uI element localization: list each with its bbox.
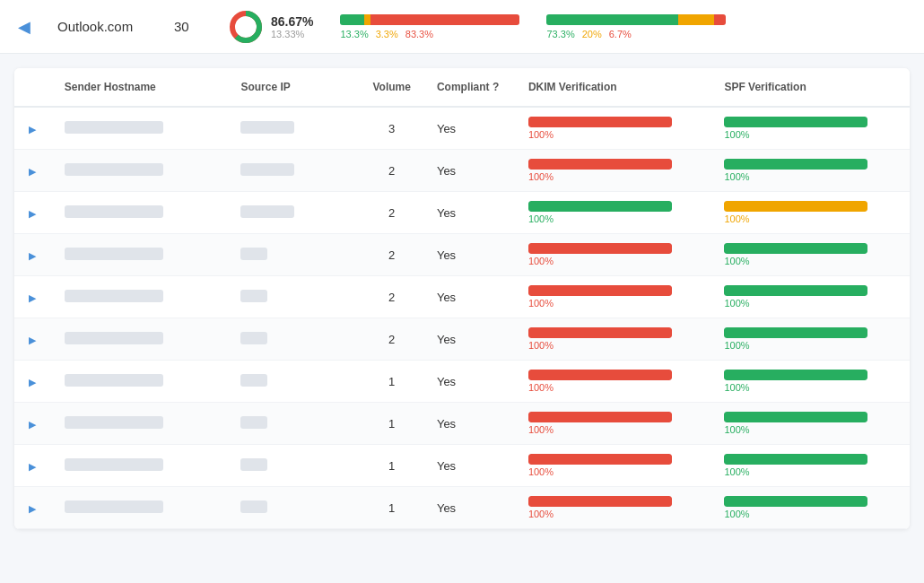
sourceip-redacted [240,121,294,134]
dkim-bar-fill [528,159,672,170]
spf-pct-label: 100% [724,256,899,266]
expand-row-arrow[interactable]: ▶ [25,331,39,349]
spf-pct-label: 100% [724,466,899,477]
dkim-yellow-label: 3.3% [376,29,398,39]
dkim-header-bar-group: 13.3% 3.3% 83.3% [340,14,519,39]
dkim-pct-label: 100% [528,129,703,140]
dkim-pct-label: 100% [528,340,703,351]
donut-text: 86.67% 13.33% [264,14,313,39]
dkim-bar-fill [528,201,672,212]
spf-pct-label: 100% [724,171,899,182]
dkim-cell: 100% [518,318,714,361]
hostname-redacted [65,290,163,302]
header-bar: ◀ Outlook.com 30 86.67% 13.33% [0,0,924,54]
sourceip-redacted [240,458,267,471]
col-header-ip: Source IP [230,68,357,107]
compliant-cell: Yes [426,107,518,150]
expand-row-arrow[interactable]: ▶ [25,289,39,307]
spf-cell: 100% [713,487,910,529]
spf-bar-fill [724,412,867,422]
volume-cell: 2 [357,150,425,192]
donut-chart [228,9,264,45]
spf-bar-fill [724,496,867,507]
spf-cell: 100% [713,318,910,361]
col-header-hostname: Sender Hostname [54,68,231,107]
sourceip-redacted [240,500,267,513]
dkim-bar-fill [528,243,672,254]
dkim-red-label: 83.3% [405,29,433,39]
spf-bar-fill [724,327,867,338]
col-header-spf: SPF Verification [713,68,910,107]
spf-bar-fill [724,159,867,170]
sourceip-redacted [240,416,267,429]
donut-group: 86.67% 13.33% [228,9,313,45]
dkim-pct-label: 100% [528,424,703,435]
spf-pct-label: 100% [724,382,899,393]
compliant-cell: Yes [426,403,518,445]
table-row: ▶1Yes100%100% [14,403,910,445]
hostname-redacted [65,248,163,260]
compliant-pct: 86.67% [271,14,313,29]
sourceip-redacted [240,374,267,387]
spf-cell: 100% [713,192,910,234]
spf-bar-fill [724,285,867,296]
dkim-cell: 100% [518,487,714,529]
expand-row-arrow[interactable]: ▶ [25,415,39,433]
volume-cell: 2 [357,234,425,276]
spf-cell: 100% [713,150,910,192]
dkim-header-labels: 13.3% 3.3% 83.3% [340,29,519,39]
main-table-container: Sender Hostname Source IP Volume Complia… [14,68,910,529]
dkim-cell: 100% [518,445,714,487]
spf-cell: 100% [713,361,910,403]
expand-row-arrow[interactable]: ▶ [25,162,39,180]
dkim-bar-fill [528,370,672,380]
dkim-bar-fill [528,496,672,507]
spf-red-label: 6.7% [609,29,632,39]
col-header-compliant: Compliant ? [426,68,518,107]
table-row: ▶3Yes100%100% [14,107,910,150]
table-row: ▶1Yes100%100% [14,361,910,403]
sourceip-redacted [240,205,294,218]
dkim-cell: 100% [518,150,714,192]
expand-row-arrow[interactable]: ▶ [25,120,39,138]
table-row: ▶2Yes100%100% [14,276,910,318]
compliant-cell: Yes [426,445,518,487]
compliant-cell: Yes [426,318,518,361]
back-arrow-icon[interactable]: ◀ [18,17,31,37]
dkim-cell: 100% [518,403,714,445]
compliant-cell: Yes [426,276,518,318]
compliant-cell: Yes [426,192,518,234]
table-header-row: Sender Hostname Source IP Volume Complia… [14,68,910,107]
spf-cell: 100% [713,234,910,276]
spf-pct-label: 100% [724,340,899,351]
hostname-redacted [65,121,163,134]
main-table: Sender Hostname Source IP Volume Complia… [14,68,910,529]
spf-bar-fill [724,201,867,212]
dkim-pct-label: 100% [528,213,703,224]
expand-row-arrow[interactable]: ▶ [25,500,39,518]
expand-row-arrow[interactable]: ▶ [25,247,39,265]
volume-cell: 2 [357,318,425,361]
page-wrapper: ◀ Outlook.com 30 86.67% 13.33% [0,0,924,583]
dkim-bar-fill [528,454,672,465]
spf-cell: 100% [713,403,910,445]
dkim-bar-fill [528,412,672,422]
table-row: ▶1Yes100%100% [14,487,910,529]
dkim-pct-label: 100% [528,509,703,519]
expand-row-arrow[interactable]: ▶ [25,204,39,222]
dkim-pct-label: 100% [528,382,703,393]
dkim-pct-label: 100% [528,298,703,309]
volume-cell: 1 [357,403,425,445]
dkim-bar-fill [528,117,672,127]
dkim-pct-label: 100% [528,256,703,266]
table-row: ▶1Yes100%100% [14,445,910,487]
table-row: ▶2Yes100%100% [14,150,910,192]
header-volume: 30 [174,19,201,34]
spf-bar-fill [724,117,867,127]
spf-bar-fill [724,454,867,465]
expand-row-arrow[interactable]: ▶ [25,457,39,475]
dkim-cell: 100% [518,361,714,403]
col-header-volume: Volume [357,68,425,107]
expand-row-arrow[interactable]: ▶ [25,373,39,391]
hostname-redacted [65,205,163,218]
